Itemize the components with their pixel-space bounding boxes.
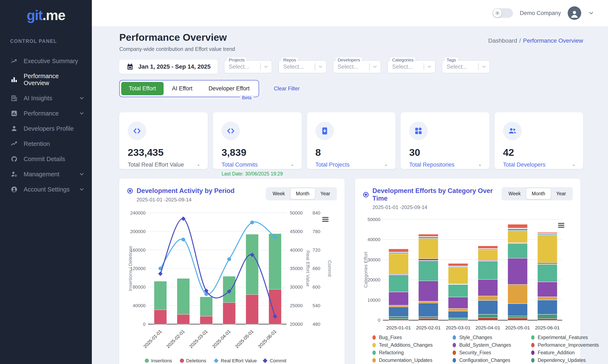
- svg-text:840: 840: [313, 210, 321, 216]
- select-label: Developers: [336, 57, 362, 63]
- sidebar-item-label: Management: [24, 171, 59, 178]
- sidebar-item-developers-profile[interactable]: Developers Profile: [0, 121, 92, 136]
- grid-icon: [409, 122, 428, 140]
- stat-label[interactable]: Total Developers: [503, 162, 545, 168]
- sidebar-item-commit-details[interactable]: Commit Details: [0, 151, 92, 167]
- legend-item-feature-addition[interactable]: Feature_Addition: [531, 350, 599, 356]
- legend-item-style-changes[interactable]: Style_Changes: [453, 335, 511, 340]
- code-icon: [128, 122, 146, 140]
- tab-ai-effort[interactable]: AI Effort: [165, 82, 200, 95]
- svg-text:2025-01-01: 2025-01-01: [386, 325, 411, 330]
- stat-label[interactable]: Total Projects: [315, 162, 349, 168]
- svg-text:2025-02-01: 2025-02-01: [165, 329, 186, 349]
- svg-text:Real Effort Value: Real Effort Value: [305, 250, 311, 286]
- legend-item-dependency-updates[interactable]: Dependency_Updates: [531, 357, 599, 363]
- legend-item-performance-improvements[interactable]: Performance_Improvements: [531, 342, 599, 348]
- legend-label: Performance_Improvements: [538, 342, 599, 348]
- categories-select[interactable]: CategoriesSelect...: [388, 60, 436, 73]
- legend-color-dot: [531, 343, 534, 347]
- breadcrumb-parent[interactable]: Dashboard: [488, 37, 517, 44]
- theme-toggle[interactable]: [492, 8, 513, 18]
- svg-text:Deletions: Deletions: [186, 358, 206, 363]
- period-year-button[interactable]: Year: [315, 188, 336, 199]
- legend-item-test-additions-changes[interactable]: Test_Additions_Changes: [372, 342, 433, 348]
- svg-text:35000: 35000: [290, 266, 303, 271]
- github-icon: [11, 156, 18, 163]
- legend-item-documentation-updates[interactable]: Documentation_Updates: [372, 357, 433, 363]
- calendar-icon: [127, 63, 134, 70]
- legend-label: Build_System_Changes: [459, 342, 511, 348]
- svg-text:2025-06-01: 2025-06-01: [257, 329, 278, 349]
- legend-color-dot: [531, 358, 534, 363]
- period-year-button[interactable]: Year: [551, 188, 571, 199]
- projects-select[interactable]: ProjectsSelect...: [224, 60, 272, 73]
- legend-item-refactoring[interactable]: Refactoring: [372, 350, 433, 356]
- sidebar-item-performance-overview[interactable]: Performance Overview: [0, 69, 92, 91]
- period-month-button[interactable]: Month: [290, 188, 315, 199]
- svg-text:660: 660: [313, 266, 321, 271]
- chart-menu-icon[interactable]: [558, 223, 564, 228]
- chart-title[interactable]: Development Efforts by Category Over Tim…: [372, 187, 502, 202]
- tags-select[interactable]: TagsSelect...: [442, 60, 490, 73]
- stat-value: 3,839: [221, 146, 293, 158]
- svg-text:30000: 30000: [290, 284, 303, 290]
- stat-value: 8: [315, 146, 387, 158]
- period-week-button[interactable]: Week: [267, 188, 290, 199]
- svg-text:480: 480: [313, 322, 321, 327]
- legend-item-configuration-changes[interactable]: Configuration_Changes: [453, 357, 511, 363]
- tab-total-effort[interactable]: Total Effort: [121, 82, 164, 95]
- legend-color-dot: [372, 343, 376, 347]
- period-week-button[interactable]: Week: [503, 188, 526, 199]
- chart-date-range: 2025-01-01 -2025-09-14: [137, 197, 234, 203]
- sidebar-item-executive-summary[interactable]: Executive Summary: [0, 53, 92, 69]
- page-title: Performance Overview: [119, 31, 235, 43]
- stat-label[interactable]: Total Repositories: [409, 162, 454, 168]
- stat-card-total-commits: 3,839Total Commits-Last Date: 30/06/2025…: [213, 112, 301, 169]
- sidebar-nav: Executive SummaryPerformance OverviewAI …: [0, 53, 92, 197]
- select-label: Categories: [390, 57, 415, 63]
- app-root: git.me CONTROL PANEL Executive SummaryPe…: [0, 0, 608, 364]
- sidebar-item-management[interactable]: Management: [0, 167, 92, 182]
- svg-text:25000: 25000: [290, 303, 303, 308]
- sidebar-item-performance[interactable]: Performance: [0, 106, 92, 121]
- sidebar-item-account-settings[interactable]: Account Settings: [0, 182, 92, 197]
- chevron-down-icon: [427, 64, 432, 69]
- legend-item-build-system-changes[interactable]: Build_System_Changes: [453, 342, 511, 348]
- tab-developer-effort[interactable]: Developer Effort: [201, 82, 257, 95]
- repos-select[interactable]: ReposSelect...: [278, 60, 327, 73]
- sidebar-item-ai-insights[interactable]: AI Insights: [0, 91, 92, 106]
- stat-card-total-projects: 8Total Projects-: [307, 112, 395, 169]
- chevron-down-icon[interactable]: [588, 10, 594, 16]
- chart-title[interactable]: Development Activity by Period: [137, 187, 234, 195]
- date-range-picker[interactable]: Jan 1, 2025 - Sep 14, 2025: [119, 60, 218, 74]
- legend-item-security-fixes[interactable]: Security_Fixes: [453, 350, 511, 356]
- clear-filter-link[interactable]: Clear Filter: [274, 86, 299, 92]
- breadcrumb-separator: /: [519, 37, 521, 44]
- developers-select[interactable]: DevelopersSelect...: [333, 60, 381, 73]
- legend-item-bug-fixes[interactable]: Bug_Fixes: [372, 335, 433, 340]
- legend-item-experimental-features[interactable]: Experimental_Features: [531, 335, 599, 340]
- stat-label[interactable]: Total Commits: [221, 162, 258, 168]
- sidebar-item-label: AI Insights: [24, 95, 52, 102]
- stat-value: 42: [503, 146, 575, 158]
- svg-text:200000: 200000: [130, 229, 146, 234]
- charts-row: Development Activity by Period 2025-01-0…: [119, 179, 583, 364]
- select-label: Tags: [445, 57, 457, 63]
- legend-color-dot: [372, 358, 376, 363]
- legend-label: Feature_Addition: [538, 350, 575, 356]
- legend-color-dot: [531, 351, 534, 355]
- stat-sub-text: Last Date: 30/06/2025 19:29: [221, 171, 293, 177]
- bar-chart-icon: [11, 76, 18, 83]
- period-month-button[interactable]: Month: [526, 188, 551, 199]
- legend-color-dot: [372, 335, 376, 340]
- stat-card-total-developers: 42Total Developers-: [495, 112, 583, 169]
- svg-text:Insertions: Insertions: [151, 358, 172, 363]
- chart-menu-icon[interactable]: [322, 217, 328, 222]
- svg-text:40000: 40000: [368, 237, 380, 242]
- sidebar-item-retention[interactable]: Retention: [0, 136, 92, 151]
- category-efforts-chart: 010000200003000040000500002025-01-012025…: [363, 214, 573, 334]
- select-placeholder: Select...: [229, 64, 260, 70]
- sidebar: git.me CONTROL PANEL Executive SummaryPe…: [0, 0, 92, 364]
- divider: [369, 63, 370, 70]
- avatar[interactable]: [568, 6, 581, 20]
